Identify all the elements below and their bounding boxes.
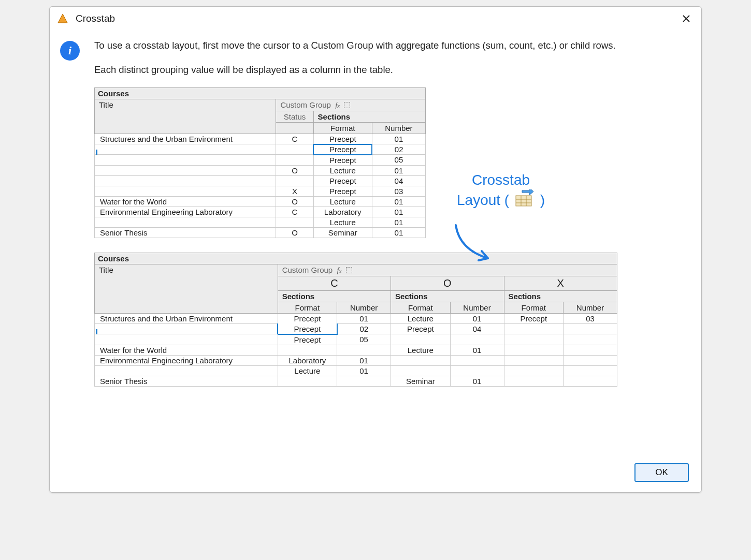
table-row-number: 01 [372, 227, 425, 238]
table-row-title [95, 324, 278, 334]
table-row-number [450, 365, 504, 376]
table-row-number [563, 365, 617, 376]
table-row-title [95, 186, 276, 196]
table-row-status [276, 217, 313, 227]
table-row-format [504, 324, 563, 334]
table-row-format: Precept [313, 144, 372, 155]
table-row-number [337, 345, 391, 355]
table-row-format: Precept [504, 313, 563, 324]
table-row-number: 02 [372, 144, 425, 155]
table-row-title: Structures and the Urban Environment [95, 313, 278, 324]
dialog-content: To use a crosstab layout, first move the… [94, 39, 670, 387]
svg-marker-0 [58, 14, 67, 23]
table-row-status: O [276, 227, 313, 238]
table-row-status: X [276, 186, 313, 196]
table-row-number: 04 [372, 175, 425, 186]
table-row-number: 03 [372, 186, 425, 196]
table-row-number: 01 [372, 196, 425, 207]
format-header: Format [278, 302, 337, 313]
table-row-number: 05 [372, 155, 425, 166]
dialog: Crosstab i To use a crosstab layout, fir… [49, 6, 702, 493]
courses-header: Courses [95, 87, 426, 99]
number-header: Number [450, 302, 504, 313]
table-row-number [563, 334, 617, 345]
table-row-number: 03 [563, 313, 617, 324]
table-row-format [504, 365, 563, 376]
table-row-number: 05 [337, 334, 391, 345]
table-row-title [95, 334, 278, 345]
table-row-title [95, 365, 278, 376]
sections-header: Sections [391, 290, 504, 302]
table-row-status [276, 175, 313, 186]
table-row-format [391, 355, 450, 365]
table-row-format: Laboratory [278, 355, 337, 365]
table-row-title [95, 175, 276, 186]
table-row-title: Structures and the Urban Environment [95, 134, 276, 144]
custom-group-header-2: Custom Group fx [278, 264, 617, 276]
title-header-2: Title [95, 264, 278, 313]
table-row-format: Seminar [391, 376, 450, 386]
table-row-format: Precept [391, 324, 450, 334]
table-row-number: 04 [450, 324, 504, 334]
table-row-number [563, 345, 617, 355]
table-row-format [278, 345, 337, 355]
para2: Each distinct grouping value will be dis… [94, 63, 670, 77]
group-header-x: X [504, 276, 617, 290]
table-row-status: C [276, 207, 313, 217]
table-row-title: Environmental Engineering Laboratory [95, 355, 278, 365]
table-row-number: 01 [372, 217, 425, 227]
table-row-number: 01 [372, 207, 425, 217]
sections-header: Sections [278, 290, 391, 302]
before-table: Courses Title Custom Group fx Status Sec… [94, 87, 426, 238]
table-row-title [95, 155, 276, 166]
table-row-format [504, 355, 563, 365]
table-row-title: Environmental Engineering Laboratory [95, 207, 276, 217]
selection-icon [344, 102, 350, 108]
number-header: Number [372, 122, 425, 134]
crosstab-layout-icon [514, 189, 535, 213]
table-row-title: Water for the World [95, 196, 276, 207]
table-row-format: Precept [313, 134, 372, 144]
table-row-format: Precept [313, 175, 372, 186]
table-row-format [504, 376, 563, 386]
format-header: Format [504, 302, 563, 313]
close-button[interactable] [678, 11, 694, 26]
table-row-number: 01 [450, 345, 504, 355]
table-row-format: Precept [278, 313, 337, 324]
fx-icon: fx [335, 101, 340, 109]
dialog-title: Crosstab [76, 13, 115, 24]
table-row-title [95, 144, 276, 155]
table-row-status [276, 144, 313, 155]
table-row-title: Senior Thesis [95, 376, 278, 386]
fx-icon: fx [337, 266, 341, 274]
ok-button[interactable]: OK [634, 463, 689, 482]
para1: To use a crosstab layout, first move the… [94, 39, 670, 53]
table-row-number: 01 [337, 313, 391, 324]
title-header: Title [95, 99, 276, 134]
table-row-number: 02 [337, 324, 391, 334]
table-row-format: Precept [313, 186, 372, 196]
table-row-format: Lecture [313, 165, 372, 175]
number-header: Number [563, 302, 617, 313]
table-row-format: Lecture [391, 345, 450, 355]
table-row-number [450, 334, 504, 345]
titlebar: Crosstab [50, 7, 701, 28]
selection-icon [346, 267, 352, 273]
info-icon: i [60, 41, 80, 61]
table-row-format: Lecture [278, 365, 337, 376]
table-row-number [337, 376, 391, 386]
table-row-format: Laboratory [313, 207, 372, 217]
number-header: Number [337, 302, 391, 313]
table-row-number [450, 355, 504, 365]
arrow-icon [452, 221, 514, 268]
table-row-status: O [276, 165, 313, 175]
table-row-format [391, 334, 450, 345]
group-header-o: O [391, 276, 504, 290]
table-row-title [95, 217, 276, 227]
table-row-number: 01 [337, 355, 391, 365]
table-row-title: Water for the World [95, 345, 278, 355]
table-row-format: Seminar [313, 227, 372, 238]
status-header: Status [276, 111, 313, 122]
table-row-format: Precept [278, 324, 337, 334]
table-row-number: 01 [450, 376, 504, 386]
